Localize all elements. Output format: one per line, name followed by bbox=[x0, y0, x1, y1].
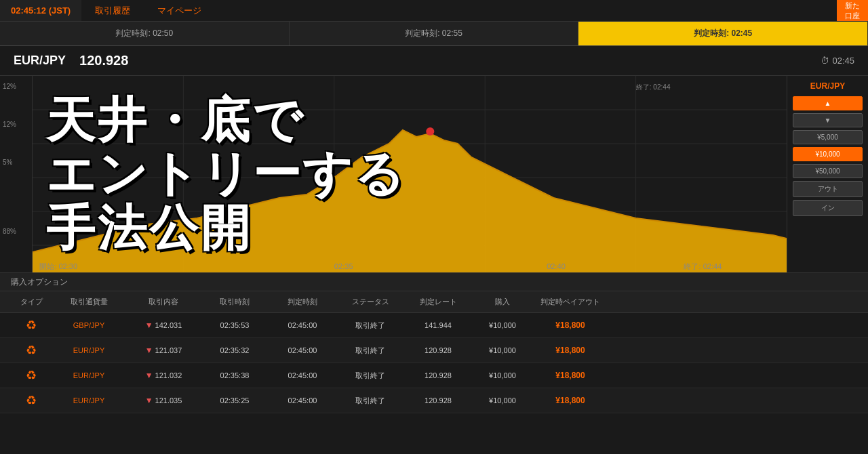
amount-5000[interactable]: ¥5,000 bbox=[793, 130, 863, 144]
clock-display: 02:45:12 (JST) bbox=[0, 0, 81, 21]
settlement-tabs: 判定時刻: 02:50 判定時刻: 02:55 判定時刻: 02:45 bbox=[0, 22, 868, 46]
col-type: タイプ bbox=[11, 297, 52, 307]
row1-trade-time: 02:35:53 bbox=[201, 321, 269, 329]
chart-y-axis: 12% 12% 5% 88% bbox=[0, 76, 33, 272]
row2-trade-time: 02:35:32 bbox=[201, 346, 269, 354]
down-arrow-icon: ▼ bbox=[145, 321, 153, 330]
row4-settle-time: 02:45:00 bbox=[269, 396, 336, 405]
row1-payout: ¥18,800 bbox=[533, 321, 608, 330]
cycle-icon: ♻ bbox=[24, 343, 39, 358]
cycle-icon: ♻ bbox=[24, 318, 39, 333]
table-row: ♻ EUR/JPY ▼ 121.037 02:35:32 02:45:00 取引… bbox=[0, 338, 868, 363]
table-header-row: タイプ 取引通貨量 取引内容 取引時刻 判定時刻 ステータス 判定レート 購入 … bbox=[0, 291, 868, 313]
top-navigation: 02:45:12 (JST) 取引履歴 マイページ 新た口座 bbox=[0, 0, 868, 22]
row4-status: 取引終了 bbox=[336, 396, 404, 406]
chart-right-sidebar: EUR/JPY ▲ ▼ ¥5,000 ¥10,000 ¥50,000 アウト イ… bbox=[787, 76, 868, 272]
row3-status: 取引終了 bbox=[336, 371, 404, 381]
my-page-link[interactable]: マイページ bbox=[144, 0, 215, 21]
down-arrow-icon: ▼ bbox=[145, 396, 153, 405]
col-pair: 取引通貨量 bbox=[52, 297, 126, 307]
svg-text:終了: 02:44: 終了: 02:44 bbox=[683, 262, 722, 270]
tab-0250[interactable]: 判定時刻: 02:50 bbox=[0, 22, 290, 45]
row1-rate: ▼ 142.031 bbox=[126, 321, 201, 330]
row4-purchase: ¥10,000 bbox=[472, 396, 533, 405]
row3-trade-time: 02:35:38 bbox=[201, 371, 269, 379]
row1-type: ♻ bbox=[11, 318, 52, 333]
down-button[interactable]: ▼ bbox=[793, 113, 863, 127]
down-arrow-icon: ▼ bbox=[145, 371, 153, 380]
up-button[interactable]: ▲ bbox=[793, 96, 863, 110]
row1-pair: GBP/JPY bbox=[52, 321, 126, 329]
svg-text:02:40: 02:40 bbox=[547, 262, 566, 270]
svg-point-10 bbox=[426, 127, 434, 136]
row3-pair: EUR/JPY bbox=[52, 371, 126, 379]
col-purchase: 購入 bbox=[472, 297, 533, 307]
col-settle-rate: 判定レート bbox=[404, 297, 472, 307]
amount-50000[interactable]: ¥50,000 bbox=[793, 164, 863, 178]
row2-settle-time: 02:45:00 bbox=[269, 346, 336, 354]
new-account-button[interactable]: 新た口座 bbox=[837, 0, 868, 21]
purchase-options-bar: 購入オプション bbox=[0, 272, 868, 291]
price-header: EUR/JPY 120.928 ⏱ 02:45 bbox=[0, 46, 868, 76]
svg-text:開始: 02:30: 開始: 02:30 bbox=[39, 262, 77, 270]
row1-status: 取引終了 bbox=[336, 321, 404, 331]
row3-settle-time: 02:45:00 bbox=[269, 371, 336, 379]
trade-history-link[interactable]: 取引履歴 bbox=[81, 0, 144, 21]
row2-purchase: ¥10,000 bbox=[472, 346, 533, 354]
row4-settle-rate: 120.928 bbox=[404, 396, 472, 405]
tab-0245[interactable]: 判定時刻: 02:45 bbox=[578, 22, 868, 45]
row3-settle-rate: 120.928 bbox=[404, 371, 472, 379]
svg-text:終了: 02:44: 終了: 02:44 bbox=[635, 83, 671, 91]
chart-section: 12% 12% 5% 88% bbox=[0, 76, 868, 272]
row4-payout: ¥18,800 bbox=[533, 396, 608, 405]
row3-purchase: ¥10,000 bbox=[472, 371, 533, 379]
col-content: 取引内容 bbox=[126, 297, 201, 307]
table-row: ♻ EUR/JPY ▼ 121.032 02:35:38 02:45:00 取引… bbox=[0, 363, 868, 388]
cycle-icon: ♻ bbox=[24, 368, 39, 383]
row1-purchase: ¥10,000 bbox=[472, 321, 533, 329]
row1-settle-time: 02:45:00 bbox=[269, 321, 336, 329]
currency-pair-label: EUR/JPY bbox=[14, 54, 66, 68]
row3-payout: ¥18,800 bbox=[533, 371, 608, 380]
trade-history-table: タイプ 取引通貨量 取引内容 取引時刻 判定時刻 ステータス 判定レート 購入 … bbox=[0, 291, 868, 413]
row2-settle-rate: 120.928 bbox=[404, 346, 472, 354]
current-price: 120.928 bbox=[79, 53, 128, 68]
row2-status: 取引終了 bbox=[336, 346, 404, 356]
row3-rate: ▼ 121.032 bbox=[126, 371, 201, 380]
row3-type: ♻ bbox=[11, 368, 52, 383]
out-button[interactable]: アウト bbox=[793, 181, 863, 197]
col-trade-time: 取引時刻 bbox=[201, 297, 269, 307]
cycle-icon: ♻ bbox=[24, 393, 39, 408]
clock-icon: ⏱ bbox=[821, 56, 829, 66]
amount-10000[interactable]: ¥10,000 bbox=[793, 147, 863, 161]
table-row: ♻ GBP/JPY ▼ 142.031 02:35:53 02:45:00 取引… bbox=[0, 313, 868, 338]
row2-pair: EUR/JPY bbox=[52, 346, 126, 354]
col-status: ステータス bbox=[336, 297, 404, 307]
row4-pair: EUR/JPY bbox=[52, 396, 126, 405]
row2-type: ♻ bbox=[11, 343, 52, 358]
col-settle-time: 判定時刻 bbox=[269, 297, 336, 307]
row2-rate: ▼ 121.037 bbox=[126, 346, 201, 355]
down-arrow-icon: ▼ bbox=[145, 346, 153, 355]
sidebar-pair-title: EUR/JPY bbox=[793, 81, 863, 91]
tab-0255[interactable]: 判定時刻: 02:55 bbox=[290, 22, 579, 45]
row4-type: ♻ bbox=[11, 393, 52, 408]
table-row: ♻ EUR/JPY ▼ 121.035 02:35:25 02:45:00 取引… bbox=[0, 388, 868, 413]
purchase-options-label: 購入オプション bbox=[11, 276, 68, 288]
chart-svg: 開始: 02:30 02:35 02:40 終了: 02:44 終了: 02:4… bbox=[33, 76, 787, 272]
svg-text:02:35: 02:35 bbox=[334, 262, 353, 270]
row4-rate: ▼ 121.035 bbox=[126, 396, 201, 405]
in-button[interactable]: イン bbox=[793, 200, 863, 216]
col-payout: 判定時ペイアウト bbox=[533, 297, 608, 307]
time-badge: ⏱ 02:45 bbox=[821, 56, 854, 66]
row1-settle-rate: 141.944 bbox=[404, 321, 472, 329]
row4-trade-time: 02:35:25 bbox=[201, 396, 269, 405]
row2-payout: ¥18,800 bbox=[533, 346, 608, 355]
main-chart: 開始: 02:30 02:35 02:40 終了: 02:44 終了: 02:4… bbox=[33, 76, 787, 272]
